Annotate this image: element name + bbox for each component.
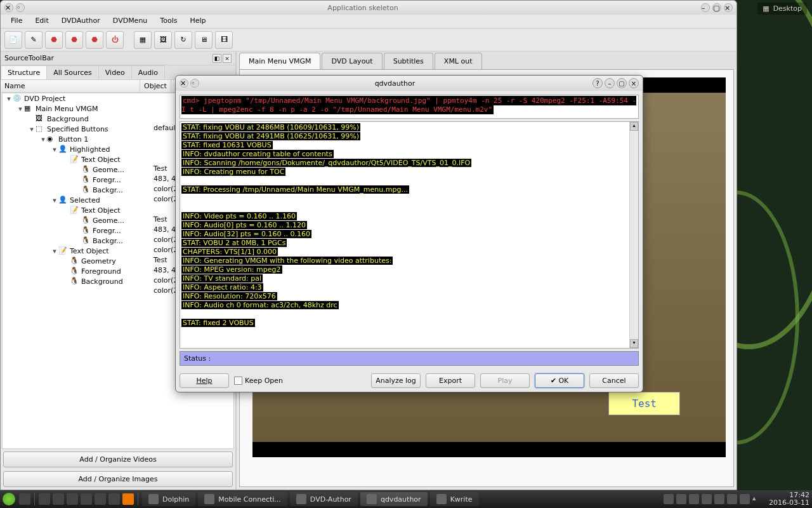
tray-icon-1[interactable] — [664, 494, 674, 504]
menu-edit[interactable]: Edit — [29, 15, 55, 28]
taskbar-clock[interactable]: 17:42 2016-03-11 — [769, 491, 809, 507]
desktop-widget-label: Desktop — [773, 4, 802, 13]
dialog-pin-icon[interactable]: ◦ — [190, 79, 199, 88]
dialog-close-icon[interactable]: × — [629, 78, 639, 88]
dialog-minimize-icon[interactable]: – — [605, 78, 615, 88]
tray-icon-2[interactable] — [676, 494, 686, 504]
menu-help[interactable]: Help — [183, 15, 212, 28]
taskbar-item[interactable]: qdvdauthor — [360, 492, 428, 506]
quicklaunch-6-icon[interactable] — [108, 493, 120, 505]
dialog-menu-icon[interactable]: ✕ — [180, 79, 188, 88]
tree-item-label: Specified Buttons — [47, 125, 108, 133]
tree-col-object[interactable]: Object — [140, 80, 171, 92]
dialog-help-icon[interactable]: ? — [593, 78, 603, 88]
tux-icon: 🐧 — [70, 277, 80, 286]
tray-icon-3[interactable] — [689, 494, 699, 504]
toolbar-disc3-icon[interactable]: ⬣ — [86, 31, 103, 49]
keep-open-checkbox[interactable]: Keep Open — [234, 377, 283, 385]
menu-dvdmenu[interactable]: DVDMenu — [107, 15, 154, 28]
tray-icon-7[interactable] — [740, 494, 750, 504]
quicklaunch-5-icon[interactable] — [95, 493, 106, 505]
log-output[interactable]: STAT: fixing VOBU at 2486MB (10609/10631… — [180, 121, 639, 349]
scroll-down-icon[interactable]: ▾ — [630, 339, 638, 348]
menu-dvdauthor[interactable]: DVDAuthor — [55, 15, 107, 28]
minimize-icon[interactable]: – — [701, 3, 710, 12]
tree-toggle-icon[interactable]: ▾ — [39, 135, 47, 144]
dialog-titlebar[interactable]: ✕ ◦ qdvdauthor ? – ▢ × — [176, 76, 643, 91]
tray-icon-5[interactable] — [714, 494, 724, 504]
start-menu-icon[interactable] — [3, 493, 15, 505]
window-menu-icon[interactable]: ✕ — [4, 3, 13, 12]
checkbox-icon[interactable] — [234, 377, 242, 385]
menu-file[interactable]: File — [4, 15, 29, 28]
log-line: STAT: fixed 10631 VOBUS — [181, 141, 637, 150]
ok-button[interactable]: ✔ OK — [535, 373, 584, 388]
tab-dvd-layout[interactable]: DVD Layout — [322, 53, 382, 69]
panel-close-icon[interactable]: × — [223, 54, 232, 63]
tux-icon: 🐧 — [70, 267, 80, 276]
tree-col-name[interactable]: Name — [1, 80, 140, 92]
activity-icon[interactable] — [19, 493, 30, 505]
toolbar-screen-icon[interactable]: 🖥 — [195, 31, 213, 49]
tree-toggle-icon[interactable]: ▾ — [51, 196, 58, 204]
main-toolbar: 📄 ✎ ⬣ ⬣ ⬣ ⏻ ▦ 🖼 ↻ 🖥 🎞 — [1, 29, 737, 51]
toolbar-wizard-icon[interactable]: ✎ — [25, 31, 43, 49]
quicklaunch-firefox-icon[interactable] — [122, 493, 134, 505]
tray-icon-6[interactable] — [727, 494, 737, 504]
add-images-button[interactable]: Add / Organize Images — [3, 471, 233, 487]
taskbar-item[interactable]: Dolphin — [142, 492, 195, 506]
quicklaunch-4-icon[interactable] — [81, 493, 92, 505]
tree-toggle-icon[interactable]: ▾ — [51, 145, 58, 154]
tree-item-label: Foreground — [81, 267, 121, 276]
tab-xml-out[interactable]: XML out — [435, 53, 482, 69]
desktop-pager-widget[interactable]: ▦ Desktop — [757, 3, 807, 15]
main-titlebar[interactable]: ✕ ◦ Application skeleton – ▢ × — [1, 1, 737, 15]
toolbar-refresh-icon[interactable]: ↻ — [174, 31, 192, 49]
play-button[interactable]: Play — [480, 373, 530, 388]
taskbar-app-icon — [367, 494, 377, 504]
close-icon[interactable]: × — [724, 3, 733, 12]
maximize-icon[interactable]: ▢ — [712, 3, 721, 12]
help-button[interactable]: Help — [180, 373, 229, 388]
toolbar-image-icon[interactable]: 🖼 — [154, 31, 172, 49]
tab-all-sources[interactable]: All Sources — [46, 65, 99, 79]
log-scrollbar[interactable]: ▴ ▾ — [629, 122, 638, 348]
tab-video[interactable]: Video — [98, 65, 132, 79]
taskbar-item[interactable]: Mobile Connecti... — [198, 492, 287, 506]
window-pin-icon[interactable]: ◦ — [16, 3, 25, 12]
tab-subtitles[interactable]: Subtitles — [384, 53, 433, 69]
cancel-button[interactable]: Cancel — [589, 373, 639, 388]
tree-toggle-icon[interactable]: ▾ — [51, 247, 58, 255]
export-button[interactable]: Export — [426, 373, 475, 388]
quicklaunch-3-icon[interactable] — [67, 493, 78, 505]
toolbar-power-icon[interactable]: ⏻ — [106, 31, 124, 49]
taskbar-item[interactable]: Kwrite — [430, 492, 479, 506]
log-line — [181, 177, 637, 185]
toolbar-disc1-icon[interactable]: ⬣ — [45, 31, 63, 49]
tux-icon: 🐧 — [70, 257, 80, 265]
tray-icon-4[interactable] — [702, 494, 712, 504]
add-videos-button[interactable]: Add / Organize Videos — [3, 451, 233, 467]
toolbar-disc2-icon[interactable]: ⬣ — [65, 31, 83, 49]
tree-toggle-icon[interactable]: ▾ — [5, 95, 13, 103]
tray-expand-icon[interactable]: ▴ — [752, 494, 763, 504]
tab-audio[interactable]: Audio — [131, 65, 165, 79]
tree-toggle-icon[interactable]: ▾ — [28, 125, 36, 133]
menu-tools[interactable]: Tools — [154, 15, 183, 28]
tab-structure[interactable]: Structure — [1, 65, 47, 79]
quicklaunch-2-icon[interactable] — [53, 493, 64, 505]
toolbar-film-icon[interactable]: 🎞 — [215, 31, 233, 49]
tab-main-menu[interactable]: Main Menu VMGM — [239, 53, 320, 70]
taskbar-item[interactable]: DVD-Author — [290, 492, 358, 506]
tree-toggle-icon[interactable]: ▾ — [16, 105, 24, 113]
panel-undock-icon[interactable]: ◧ — [213, 54, 221, 63]
command-box[interactable]: cmd> jpegtopnm "/tmp/Unnamed/Main Menu V… — [180, 95, 639, 119]
scroll-up-icon[interactable]: ▴ — [630, 122, 638, 131]
quicklaunch-1-icon[interactable] — [39, 493, 50, 505]
preview-test-button[interactable]: Test — [608, 392, 680, 415]
toolbar-new-icon[interactable]: 📄 — [4, 31, 22, 49]
toolbar-grid-icon[interactable]: ▦ — [134, 31, 152, 49]
analyze-log-button[interactable]: Analyze log — [371, 373, 421, 388]
tree-item-label: Main Menu VMGM — [36, 105, 98, 113]
dialog-maximize-icon[interactable]: ▢ — [617, 78, 627, 88]
